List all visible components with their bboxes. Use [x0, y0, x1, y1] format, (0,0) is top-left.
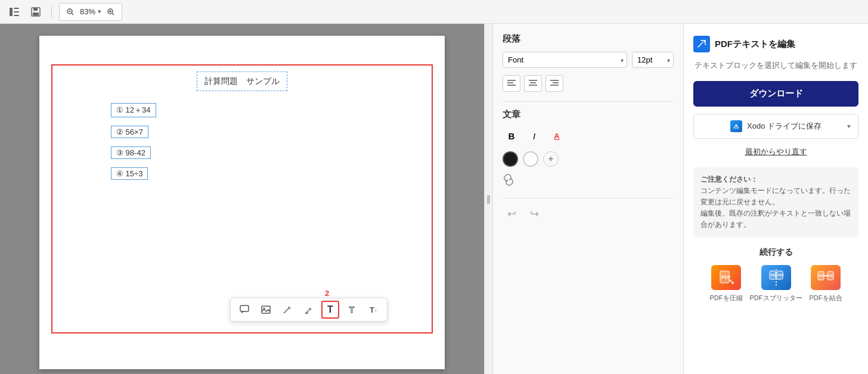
merge-icon: PDF PDF	[811, 265, 841, 290]
pdf-canvas-area[interactable]: 1 右クリック 計算問題 サンプル ① 12＋34	[0, 24, 484, 374]
pdf-page: 計算問題 サンプル ① 12＋34 ② 56×7 ③ 98-42 ④ 15÷3	[39, 36, 445, 369]
title-row: 計算問題 サンプル	[75, 71, 409, 91]
zoom-in-button[interactable]	[104, 5, 118, 19]
math-item-2: ② 56×7	[111, 126, 148, 138]
svg-rect-1	[14, 8, 19, 9]
align-row	[503, 75, 674, 92]
continue-title: 続行する	[693, 247, 858, 258]
font-controls-row: Font Arial Times New Roman ▾ 12pt 8pt 10…	[503, 52, 674, 68]
color-a-label: A	[554, 132, 559, 141]
svg-rect-14	[240, 306, 249, 311]
svg-text:PDF: PDF	[828, 275, 833, 278]
compress-icon: PDF	[711, 265, 741, 290]
zoom-out-button[interactable]	[63, 5, 78, 19]
format-buttons-row: B I A	[503, 127, 674, 144]
link-button[interactable]	[503, 174, 514, 188]
warning-box: ご注意ください： コンテンツ編集モードになっています。行った変更は元に戻せません…	[693, 167, 858, 238]
draw-tool-button[interactable]	[278, 301, 296, 319]
tool-split[interactable]: PDF PDF PDFスプリッター	[750, 265, 802, 303]
float-toolbar: 2 T T T↓	[230, 298, 388, 322]
compress-label: PDFを圧縮	[710, 294, 743, 303]
app-title: PDFテキストを編集	[715, 39, 795, 50]
section-separator-2	[503, 198, 674, 198]
split-icon: PDF PDF	[761, 265, 791, 290]
svg-text:PDF: PDF	[778, 273, 784, 277]
svg-point-30	[736, 124, 737, 126]
app-icon	[693, 36, 710, 52]
app-subtitle: テキストブロックを選択して編集を開始します	[693, 60, 858, 71]
image-tool-button[interactable]	[257, 301, 275, 319]
math-list: ① 12＋34 ② 56×7 ③ 98-42 ④ 15÷3	[111, 103, 409, 188]
paragraph-section-title: 段落	[503, 33, 674, 45]
text-subscript-tool-button[interactable]: T↓	[364, 301, 382, 319]
save-file-button[interactable]	[27, 4, 44, 20]
font-size-select-wrapper: 12pt 8pt 10pt 14pt 16pt ▾	[632, 52, 674, 68]
warning-title: ご注意ください：	[700, 175, 758, 183]
comment-tool-button[interactable]	[235, 301, 253, 319]
zoom-value: 83%	[80, 7, 95, 16]
align-center-button[interactable]	[524, 75, 542, 92]
svg-rect-6	[33, 13, 39, 15]
text-tool-button[interactable]: T	[321, 301, 339, 319]
undo-button[interactable]: ↩	[503, 205, 520, 222]
font-size-select[interactable]: 12pt 8pt 10pt 14pt 16pt	[632, 52, 674, 68]
split-label: PDFスプリッター	[750, 294, 802, 303]
pdf-title: 計算問題 サンプル	[204, 76, 280, 86]
app-header: PDFテキストを編集	[693, 36, 858, 52]
step2-label: 2	[325, 289, 329, 298]
link-row	[503, 174, 674, 188]
save-chevron-icon: ▾	[847, 122, 851, 130]
title-selected-box: 計算問題 サンプル	[197, 71, 287, 91]
edit-panel: 段落 Font Arial Times New Roman ▾ 12pt 8pt…	[492, 24, 683, 374]
svg-rect-5	[33, 8, 38, 11]
svg-text:PDF: PDF	[819, 275, 824, 278]
svg-rect-2	[14, 11, 19, 13]
zoom-dropdown-icon[interactable]: ▾	[98, 8, 101, 15]
tool-compress[interactable]: PDF PDFを圧縮	[710, 265, 743, 303]
math-item-4: ④ 15÷3	[111, 167, 148, 180]
tools-grid: PDF PDFを圧縮 PDF PDF	[693, 265, 858, 303]
merge-label: PDFを結合	[810, 294, 842, 303]
bold-button[interactable]: B	[503, 127, 520, 144]
font-select[interactable]: Font Arial Times New Roman	[503, 52, 627, 68]
main-content: 1 右クリック 計算問題 サンプル ① 12＋34	[0, 24, 868, 374]
xodo-save-icon	[730, 120, 742, 132]
panel-collapse-handle[interactable]: ‖	[484, 24, 492, 374]
toolbar-divider	[51, 6, 52, 18]
svg-text:PDF: PDF	[771, 273, 777, 277]
svg-text:PDF: PDF	[721, 275, 731, 280]
sidebar-toggle-button[interactable]	[6, 4, 23, 20]
svg-line-11	[112, 13, 114, 15]
align-left-button[interactable]	[503, 75, 520, 92]
svg-rect-3	[14, 15, 19, 16]
math-item-1: ① 12＋34	[111, 103, 156, 117]
reset-link[interactable]: 最初からやり直す	[745, 147, 807, 156]
zoom-control: 83% ▾	[59, 3, 122, 21]
font-select-wrapper: Font Arial Times New Roman ▾	[503, 52, 627, 68]
color-black[interactable]	[503, 151, 518, 167]
undo-redo-row: ↩ ↪	[503, 205, 674, 222]
save-to-xodo-button[interactable]: Xodo ドライブに保存 ▾	[693, 114, 858, 139]
svg-line-8	[72, 13, 73, 15]
far-right-panel: PDFテキストを編集 テキストブロックを選択して編集を開始します ダウンロード …	[683, 24, 868, 374]
italic-button[interactable]: I	[525, 127, 543, 144]
add-color-button[interactable]: +	[543, 151, 559, 167]
section-separator-1	[503, 101, 674, 102]
download-button[interactable]: ダウンロード	[693, 81, 858, 107]
svg-rect-0	[10, 8, 13, 16]
tool-merge[interactable]: PDF PDF PDFを結合	[810, 265, 842, 303]
redo-button[interactable]: ↪	[525, 205, 543, 222]
text-section-title: 文章	[503, 109, 674, 120]
warning-text: コンテンツ編集モードになっています。行った変更は元に戻せません。編集後、既存の注…	[700, 186, 851, 229]
color-white[interactable]	[523, 151, 538, 167]
text-outline-tool-button[interactable]: T	[343, 301, 361, 319]
reset-link-row: 最初からやり直す	[693, 146, 858, 157]
top-toolbar: 83% ▾	[0, 0, 868, 24]
text-color-button[interactable]: A	[548, 127, 566, 144]
math-item-3: ③ 98-42	[111, 147, 151, 159]
save-label: Xodo ドライブに保存	[747, 121, 822, 132]
align-right-button[interactable]	[545, 75, 563, 92]
highlight-tool-button[interactable]	[300, 301, 318, 319]
color-palette-row: +	[503, 151, 674, 167]
